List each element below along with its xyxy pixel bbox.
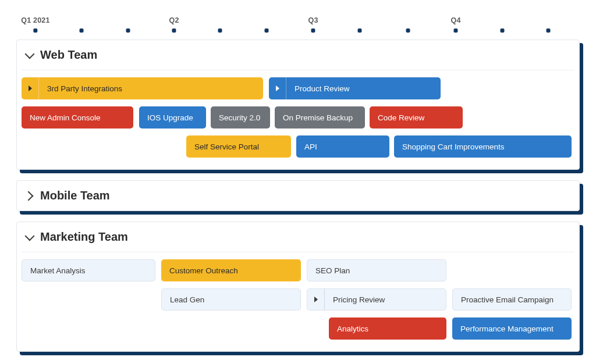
timeline-label — [218, 16, 222, 25]
timeline-dot — [453, 28, 457, 33]
swimlane: Marketing TeamMarket AnalysisCustomer Ou… — [16, 222, 580, 352]
timeline-label: Q2 — [169, 16, 179, 25]
roadmap-bar[interactable]: Product Review — [269, 77, 441, 99]
roadmap-bar[interactable]: 3rd Party Integrations — [22, 77, 263, 99]
roadmap-bar[interactable]: Code Review — [370, 106, 463, 129]
swimlane: Mobile Team — [16, 180, 580, 211]
roadmap-bar-label: New Admin Console — [30, 113, 101, 122]
timeline-label: Q1 2021 — [21, 16, 49, 25]
chevron-down-icon[interactable] — [25, 49, 35, 59]
timeline-tick — [265, 16, 269, 33]
roadmap-bar[interactable]: Security 2.0 — [211, 106, 270, 129]
roadmap-bar[interactable]: API — [296, 135, 389, 158]
swimlane-title: Mobile Team — [40, 189, 110, 202]
swimlane-body: 3rd Party IntegrationsProduct ReviewNew … — [17, 70, 579, 169]
timeline-tick — [126, 16, 130, 33]
roadmap-bar[interactable]: Market Analysis — [22, 259, 155, 281]
swimlane-title: Web Team — [40, 48, 97, 62]
timeline-dot — [218, 28, 222, 33]
timeline-dot — [172, 28, 176, 33]
timeline-tick: Q3 — [308, 16, 318, 33]
timeline-label — [547, 16, 551, 25]
swimlane-header[interactable]: Web Team — [17, 40, 579, 70]
timeline-tick: Q1 2021 — [21, 16, 49, 33]
timeline-dot — [126, 28, 130, 33]
timeline-tick — [218, 16, 222, 33]
roadmap-bar[interactable]: SEO Plan — [307, 259, 446, 281]
timeline-label — [126, 16, 130, 25]
swimlane-row: New Admin ConsoleIOS UpgradeSecurity 2.0… — [22, 105, 574, 130]
timeline-dot — [265, 28, 269, 33]
chevron-down-icon[interactable] — [25, 231, 35, 241]
swimlane-row: Market AnalysisCustomer OutreachSEO Plan — [22, 258, 574, 283]
swimlane-title: Marketing Team — [40, 230, 128, 244]
roadmap-bar-label: Code Review — [378, 113, 424, 122]
timeline-label — [358, 16, 362, 25]
roadmap-bar[interactable]: IOS Upgrade — [139, 106, 206, 129]
roadmap-bar-label: Lead Gen — [170, 295, 204, 304]
roadmap-bar-label: SEO Plan — [315, 266, 350, 275]
roadmap-bar-label: Pricing Review — [333, 295, 385, 304]
chevron-right-icon[interactable] — [24, 191, 34, 201]
timeline-label — [501, 16, 505, 25]
roadmap-bar[interactable]: Lead Gen — [161, 288, 301, 311]
timeline-header: Q1 2021 Q2 Q3 Q4 — [16, 6, 580, 40]
roadmap-bar[interactable]: Pricing Review — [307, 288, 446, 311]
swimlane: Web Team3rd Party IntegrationsProduct Re… — [16, 40, 580, 170]
expand-icon[interactable] — [307, 289, 325, 310]
expand-icon[interactable] — [22, 77, 39, 99]
roadmap-bar-label: Performance Management — [460, 324, 554, 333]
swimlane-header[interactable]: Mobile Team — [17, 181, 579, 210]
roadmap-bar-label: Shopping Cart Improvements — [402, 142, 505, 151]
roadmap-bar[interactable]: Analytics — [329, 317, 446, 340]
roadmap-bar-label: Analytics — [337, 324, 368, 333]
roadmap-bar[interactable]: Performance Management — [452, 317, 572, 340]
roadmap-bar-label: Security 2.0 — [219, 113, 260, 122]
roadmap-bar-label: Customer Outreach — [169, 266, 238, 275]
timeline-dot — [501, 28, 505, 33]
roadmap-bar-label: API — [304, 142, 317, 151]
swimlane-header[interactable]: Marketing Team — [17, 222, 579, 252]
roadmap-bar[interactable]: Customer Outreach — [161, 259, 301, 281]
roadmap-bar-label: IOS Upgrade — [147, 113, 193, 122]
roadmap-bar-label: Proactive Email Campaign — [461, 295, 554, 304]
expand-icon[interactable] — [269, 77, 286, 99]
roadmap-bar-label: On Premise Backup — [283, 113, 353, 122]
timeline-dot — [311, 28, 315, 33]
timeline-tick — [358, 16, 362, 33]
timeline-label — [80, 16, 84, 25]
swimlane-row: 3rd Party IntegrationsProduct Review — [22, 76, 574, 101]
swimlane-row: Lead GenPricing ReviewProactive Email Ca… — [22, 287, 574, 312]
roadmap-bar-label: Self Service Portal — [194, 142, 259, 151]
swimlane-row: Self Service PortalAPIShopping Cart Impr… — [22, 134, 574, 159]
timeline-tick — [406, 16, 410, 33]
timeline-dot — [358, 28, 362, 33]
roadmap-bar-label: Product Review — [295, 84, 350, 93]
timeline-label — [406, 16, 410, 25]
timeline-dot — [80, 28, 84, 33]
roadmap-bar[interactable]: Proactive Email Campaign — [452, 288, 572, 311]
timeline-tick — [547, 16, 551, 33]
timeline-tick — [80, 16, 84, 33]
roadmap-bar[interactable]: Shopping Cart Improvements — [394, 135, 572, 158]
timeline-dot — [547, 28, 551, 33]
roadmap-bar-label: 3rd Party Integrations — [47, 84, 122, 93]
timeline-dot — [33, 28, 37, 33]
roadmap-bar[interactable]: New Admin Console — [22, 106, 133, 129]
swimlane-body: Market AnalysisCustomer OutreachSEO Plan… — [17, 252, 579, 351]
swimlane-row: AnalyticsPerformance Management — [22, 316, 574, 341]
timeline-dot — [406, 28, 410, 33]
timeline-tick: Q4 — [450, 16, 460, 33]
roadmap-bar-label: Market Analysis — [30, 266, 86, 275]
timeline-label: Q4 — [450, 16, 460, 25]
timeline-label: Q3 — [308, 16, 318, 25]
roadmap-bar[interactable]: Self Service Portal — [186, 135, 291, 158]
roadmap-bar[interactable]: On Premise Backup — [275, 106, 365, 129]
timeline-label — [265, 16, 269, 25]
timeline-tick: Q2 — [169, 16, 179, 33]
timeline-tick — [501, 16, 505, 33]
